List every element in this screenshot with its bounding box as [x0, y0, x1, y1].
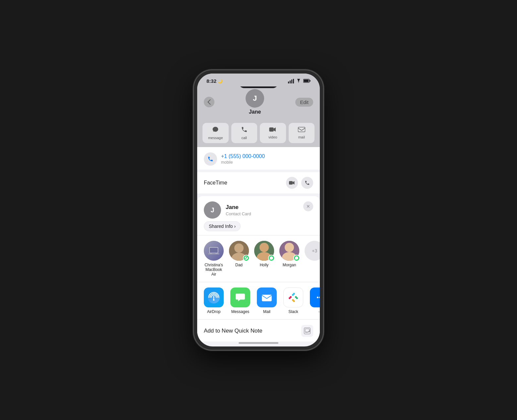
facetime-video-button[interactable]: [286, 177, 298, 189]
more-apps-label: ···: [318, 309, 320, 314]
svg-point-17: [285, 243, 294, 252]
airdrop-app-icon: [204, 288, 224, 307]
app-item-messages[interactable]: Messages: [230, 288, 250, 314]
person-avatar-morgan: [279, 241, 299, 261]
share-close-button[interactable]: ✕: [303, 201, 313, 211]
app-item-more-apps[interactable]: ···: [310, 288, 320, 314]
phone-label: mobile: [221, 160, 265, 165]
person-avatar-dad: [229, 241, 249, 261]
mail-icon: [298, 126, 305, 134]
facetime-row: FaceTime: [197, 172, 320, 193]
home-indicator: [239, 342, 278, 344]
svg-rect-30: [293, 293, 295, 295]
shared-info-button[interactable]: Shared Info ›: [204, 221, 241, 231]
message-label: message: [208, 136, 223, 140]
svg-point-14: [259, 243, 269, 252]
svg-point-11: [234, 243, 244, 253]
person-avatar-macbook: [204, 241, 224, 261]
svg-rect-25: [262, 295, 271, 301]
person-label-holly: Holly: [260, 263, 269, 267]
svg-rect-28: [289, 297, 291, 299]
mail-button[interactable]: mail: [289, 123, 315, 143]
person-item-morgan[interactable]: Morgan: [279, 241, 299, 277]
phone-info: +1 (555) 000-0000 mobile: [221, 153, 265, 165]
app-row: AirDrop Messages: [197, 282, 320, 320]
messages-label: Messages: [231, 309, 250, 314]
signal-bar-3: [291, 79, 292, 83]
status-bar: 8:32 🌙: [197, 74, 320, 86]
person-label-dad: Dad: [235, 263, 243, 267]
action-buttons-row: message call video: [197, 119, 320, 147]
person-label-macbook: Christina's MacBook Air: [204, 263, 224, 277]
quick-note-row[interactable]: Add to New Quick Note: [197, 320, 320, 341]
video-button[interactable]: video: [260, 123, 286, 143]
message-icon: [212, 126, 219, 134]
call-button[interactable]: call: [231, 123, 258, 143]
person-label-morgan: Morgan: [283, 263, 296, 267]
person-item-holly[interactable]: Holly: [254, 241, 274, 277]
signal-bar-4: [293, 79, 294, 83]
svg-rect-32: [296, 297, 298, 299]
facetime-label: FaceTime: [204, 180, 227, 186]
person-avatar-holly: [254, 241, 274, 261]
share-header: J Jane Contact Card Shared Info ›: [197, 196, 320, 236]
mail-label: Mail: [263, 309, 270, 314]
share-contact-text: Jane Contact Card: [226, 204, 251, 216]
signal-bar-1: [288, 81, 289, 83]
video-label: video: [268, 135, 277, 139]
status-time: 8:32: [206, 78, 216, 84]
phone-row[interactable]: +1 (555) 000-0000 mobile: [197, 149, 320, 168]
person-item-more[interactable]: +3: [305, 241, 320, 277]
signal-bars: [288, 79, 294, 83]
contact-avatar: J: [246, 89, 264, 108]
svg-rect-1: [310, 80, 311, 81]
morgan-whatsapp-badge: [293, 255, 300, 261]
facetime-icons: [286, 177, 313, 189]
app-item-slack[interactable]: Slack: [283, 288, 303, 314]
message-button[interactable]: message: [202, 123, 229, 143]
contact-header: J Jane Edit: [197, 86, 320, 119]
more-apps-icon: [310, 288, 320, 307]
main-content: J Jane Edit message cal: [197, 86, 320, 341]
call-label: call: [241, 136, 247, 140]
battery-icon: [303, 79, 311, 84]
quick-note-icon: [301, 325, 313, 337]
phone-screen: 8:32 🌙: [197, 74, 320, 346]
call-icon: [241, 126, 248, 134]
holly-whatsapp-badge: [268, 255, 275, 261]
more-badge: +3: [305, 241, 320, 261]
svg-rect-5: [289, 181, 293, 185]
contact-name: Jane: [249, 109, 261, 115]
phone-frame: 8:32 🌙: [194, 70, 323, 350]
messages-app-icon: [230, 288, 250, 307]
status-icons: [288, 79, 311, 84]
moon-icon: 🌙: [218, 79, 223, 83]
quick-note-label: Add to New Quick Note: [204, 328, 262, 334]
mail-label: mail: [298, 135, 305, 139]
airdrop-label: AirDrop: [207, 309, 221, 314]
app-item-mail[interactable]: Mail: [257, 288, 277, 314]
contact-center: J Jane: [246, 89, 264, 115]
phone-number-section: +1 (555) 000-0000 mobile: [197, 147, 320, 170]
edit-button[interactable]: Edit: [295, 98, 313, 107]
svg-rect-34: [293, 300, 295, 302]
share-contact-section: J Jane Contact Card Shared Info ›: [204, 201, 251, 231]
svg-point-36: [317, 297, 318, 298]
phone-row-avatar: [204, 152, 217, 166]
slack-label: Slack: [288, 309, 298, 314]
dad-whatsapp-badge: [243, 255, 250, 261]
facetime-audio-button[interactable]: [301, 177, 313, 189]
share-contact-subtitle: Contact Card: [226, 211, 251, 216]
person-item-macbook[interactable]: Christina's MacBook Air: [204, 241, 224, 277]
app-item-airdrop[interactable]: AirDrop: [204, 288, 224, 314]
person-item-dad[interactable]: Dad: [229, 241, 249, 277]
share-contact-name: Jane: [226, 204, 251, 211]
video-icon: [269, 126, 276, 134]
svg-rect-7: [210, 248, 218, 253]
svg-rect-2: [304, 79, 309, 82]
share-contact-info: J Jane Contact Card: [204, 201, 251, 219]
laptop-avatar: [204, 241, 224, 261]
signal-bar-2: [290, 80, 291, 83]
share-sheet: J Jane Contact Card Shared Info ›: [197, 196, 320, 341]
back-button[interactable]: [204, 97, 214, 107]
